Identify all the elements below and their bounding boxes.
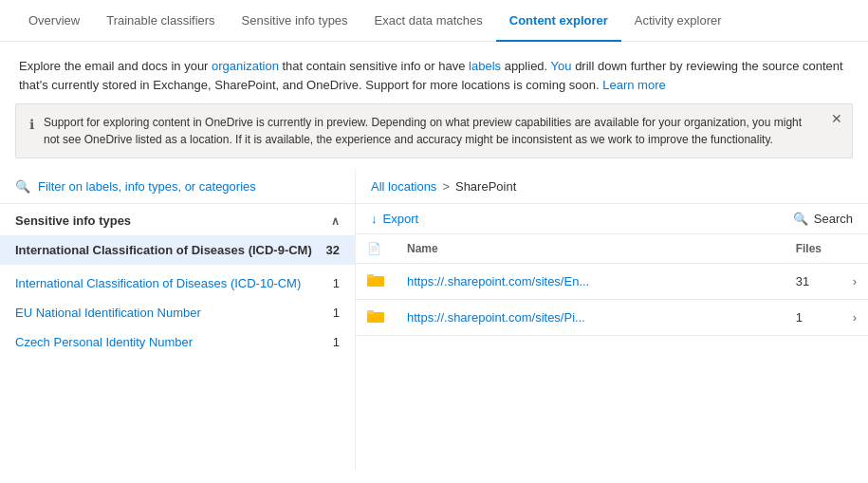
item-count: 1: [333, 306, 340, 320]
doc-icon: 📄: [367, 242, 381, 255]
main-content: 🔍 Filter on labels, info types, or categ…: [0, 170, 868, 469]
row-files: 1: [785, 300, 841, 336]
svg-rect-2: [367, 274, 374, 278]
data-table: 📄 Name Files: [356, 234, 868, 336]
url-end: .sharepoint.com/sites/Pi...: [444, 310, 585, 325]
export-label: Export: [383, 212, 419, 226]
list-item[interactable]: EU National Identification Number 1: [0, 298, 355, 327]
top-navigation: Overview Trainable classifiers Sensitive…: [0, 0, 868, 42]
export-button[interactable]: ↓ Export: [371, 212, 418, 226]
table-row[interactable]: https://.sharepoint.com/sites/Pi... 1 ›: [356, 300, 868, 336]
row-chevron[interactable]: ›: [841, 264, 868, 300]
section-title: Sensitive info types: [15, 214, 131, 228]
item-count: 1: [333, 335, 340, 349]
folder-icon-cell: [356, 264, 396, 300]
col-files-header: Files: [785, 234, 841, 264]
banner-text: Support for exploring content in OneDriv…: [44, 114, 818, 148]
toolbar: ↓ Export 🔍 Search: [356, 204, 868, 234]
list-items: International Classification of Diseases…: [0, 265, 355, 361]
labels-link[interactable]: labels: [469, 59, 501, 73]
item-name: International Classification of Diseases…: [15, 276, 325, 290]
nav-sensitive-info-types[interactable]: Sensitive info types: [229, 0, 361, 42]
item-name: EU National Identification Number: [15, 306, 325, 320]
org-link[interactable]: organization: [212, 59, 279, 73]
item-name: Czech Personal Identity Number: [15, 335, 325, 349]
learn-more-link[interactable]: Learn more: [602, 78, 665, 92]
page-description: Explore the email and docs in your organ…: [0, 42, 868, 103]
selected-item-count: 32: [326, 243, 340, 257]
search-icon: 🔍: [793, 212, 808, 226]
search-icon: 🔍: [15, 179, 30, 194]
row-name: https://.sharepoint.com/sites/En...: [396, 264, 785, 300]
nav-overview[interactable]: Overview: [15, 0, 93, 42]
url-end: .sharepoint.com/sites/En...: [444, 274, 589, 288]
right-panel: All locations > SharePoint ↓ Export 🔍 Se…: [356, 170, 868, 469]
filter-bar[interactable]: 🔍 Filter on labels, info types, or categ…: [0, 170, 355, 204]
list-item-selected[interactable]: International Classification of Diseases…: [0, 235, 355, 265]
url-start: https://: [407, 310, 444, 325]
col-chevron-header: [841, 234, 868, 264]
item-count: 1: [333, 276, 340, 290]
row-chevron[interactable]: ›: [841, 300, 868, 336]
table-row[interactable]: https://.sharepoint.com/sites/En... 31 ›: [356, 264, 868, 300]
list-item[interactable]: International Classification of Diseases…: [0, 269, 355, 298]
nav-content-explorer[interactable]: Content explorer: [496, 0, 621, 42]
you-link[interactable]: You: [551, 59, 572, 73]
breadcrumb: All locations > SharePoint: [356, 170, 868, 204]
row-name: https://.sharepoint.com/sites/Pi...: [396, 300, 785, 336]
col-name-header: Name: [396, 234, 785, 264]
svg-rect-5: [367, 310, 374, 314]
section-header: Sensitive info types ∧: [0, 204, 355, 235]
info-icon: ℹ: [29, 115, 34, 135]
close-icon[interactable]: ✕: [831, 112, 842, 125]
search-label: Search: [814, 212, 853, 226]
left-panel: 🔍 Filter on labels, info types, or categ…: [0, 170, 356, 469]
breadcrumb-root[interactable]: All locations: [371, 179, 436, 194]
breadcrumb-separator: >: [442, 179, 450, 194]
breadcrumb-current: SharePoint: [455, 179, 516, 194]
url-start: https://: [407, 274, 444, 288]
nav-trainable-classifiers[interactable]: Trainable classifiers: [93, 0, 228, 42]
info-banner: ℹ Support for exploring content in OneDr…: [15, 103, 853, 158]
col-icon: 📄: [356, 234, 396, 264]
filter-placeholder: Filter on labels, info types, or categor…: [38, 179, 256, 194]
search-button[interactable]: 🔍 Search: [793, 212, 853, 226]
selected-item-name: International Classification of Diseases…: [15, 243, 319, 257]
folder-icon-cell: [356, 300, 396, 336]
row-files: 31: [785, 264, 841, 300]
nav-exact-data-matches[interactable]: Exact data matches: [361, 0, 496, 42]
list-item[interactable]: Czech Personal Identity Number 1: [0, 327, 355, 357]
chevron-up-icon[interactable]: ∧: [331, 214, 340, 228]
nav-activity-explorer[interactable]: Activity explorer: [621, 0, 735, 42]
export-icon: ↓: [371, 212, 378, 226]
